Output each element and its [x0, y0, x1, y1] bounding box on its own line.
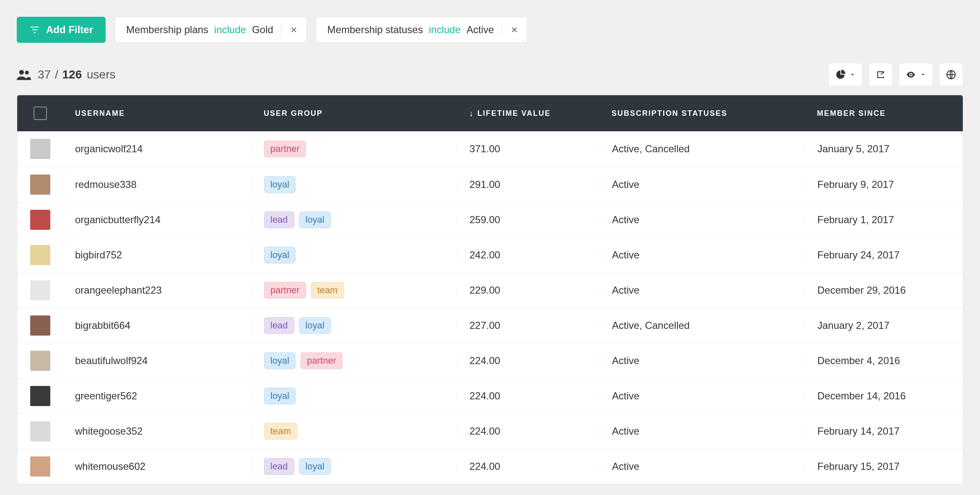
member-since-cell: February 1, 2017 — [805, 214, 963, 226]
subscription-status-cell: Active, Cancelled — [600, 143, 805, 155]
avatar-cell — [17, 175, 63, 195]
filter-chip-value: Active — [467, 24, 494, 36]
visibility-button[interactable] — [899, 63, 933, 86]
filter-chip-op: include — [429, 24, 461, 36]
table-row[interactable]: whitemouse602leadloyal224.00ActiveFebrua… — [17, 448, 963, 484]
add-filter-button[interactable]: Add Filter — [17, 17, 106, 43]
tag-partner: partner — [264, 282, 306, 299]
avatar — [30, 139, 50, 159]
svg-point-0 — [19, 70, 24, 75]
tag-lead: lead — [264, 317, 294, 334]
lifetime-value-cell: 224.00 — [457, 425, 600, 437]
filter-chip-value: Gold — [252, 24, 273, 36]
pie-chart-icon — [835, 70, 845, 80]
avatar — [30, 386, 50, 406]
col-subscription-statuses[interactable]: SUBSCRIPTION STATUSES — [600, 109, 805, 118]
username-cell: whitemouse602 — [63, 461, 252, 472]
export-button[interactable] — [869, 63, 893, 86]
col-username[interactable]: USERNAME — [63, 109, 252, 118]
subscription-status-cell: Active — [600, 284, 805, 296]
table-row[interactable]: bigrabbit664leadloyal227.00Active, Cance… — [17, 307, 963, 343]
member-since-cell: February 9, 2017 — [805, 179, 963, 190]
lifetime-value-cell: 224.00 — [457, 390, 600, 402]
user-count: 37 / 126 users — [17, 68, 115, 81]
chart-button[interactable] — [828, 63, 863, 86]
globe-icon — [946, 70, 956, 80]
table-actions — [828, 63, 963, 86]
header-row: 37 / 126 users — [17, 63, 963, 86]
table-row[interactable]: beautifulwolf924loyalpartner224.00Active… — [17, 343, 963, 378]
avatar-cell — [17, 351, 63, 371]
tag-loyal: loyal — [264, 176, 296, 193]
table-row[interactable]: bigbird752loyal242.00ActiveFebruary 24, … — [17, 237, 963, 272]
filter-icon — [29, 24, 40, 35]
table-row[interactable]: whitegoose352team224.00ActiveFebruary 14… — [17, 413, 963, 448]
avatar — [30, 175, 50, 195]
subscription-status-cell: Active — [600, 355, 805, 367]
add-filter-label: Add Filter — [46, 24, 93, 36]
username-cell: beautifulwolf924 — [63, 355, 252, 367]
avatar-cell — [17, 456, 63, 477]
chevron-down-icon — [850, 72, 856, 78]
filtered-count: 37 — [38, 68, 51, 81]
table-row[interactable]: organicbutterfly214leadloyal259.00Active… — [17, 202, 963, 237]
users-icon — [17, 69, 31, 81]
tag-loyal: loyal — [264, 388, 296, 404]
filter-chip[interactable]: Membership statuses include Active — [316, 17, 528, 43]
subscription-status-cell: Active — [600, 425, 805, 437]
sort-descending-icon: ↓ — [469, 109, 474, 118]
user-group-cell: team — [252, 423, 457, 440]
filter-chip-remove[interactable] — [289, 25, 299, 35]
subscription-status-cell: Active — [600, 179, 805, 190]
tag-loyal: loyal — [299, 458, 331, 475]
member-since-cell: February 15, 2017 — [805, 461, 963, 472]
member-since-cell: January 2, 2017 — [805, 320, 963, 331]
table-row[interactable]: orangeelephant223partnerteam229.00Active… — [17, 272, 963, 307]
user-group-cell: leadloyal — [252, 317, 457, 334]
username-cell: bigrabbit664 — [63, 320, 252, 331]
avatar — [30, 315, 50, 336]
total-count: 126 — [62, 68, 82, 81]
table-row[interactable]: greentiger562loyal224.00ActiveDecember 1… — [17, 378, 963, 413]
avatar — [30, 280, 50, 300]
tag-loyal: loyal — [264, 247, 296, 263]
avatar — [30, 456, 50, 477]
avatar-cell — [17, 280, 63, 300]
user-group-cell: leadloyal — [252, 211, 457, 228]
member-since-cell: December 4, 2016 — [805, 355, 963, 367]
lifetime-value-cell: 227.00 — [457, 320, 600, 331]
avatar-cell — [17, 210, 63, 230]
subscription-status-cell: Active, Cancelled — [600, 320, 805, 331]
username-cell: redmouse338 — [63, 179, 252, 190]
user-group-cell: loyal — [252, 388, 457, 404]
select-all-checkbox[interactable] — [34, 107, 47, 120]
tag-loyal: loyal — [299, 211, 331, 228]
user-group-cell: loyalpartner — [252, 352, 457, 369]
col-lifetime-value[interactable]: ↓ LIFETIME VALUE — [457, 109, 600, 118]
user-group-cell: partner — [252, 141, 457, 157]
filter-chip-remove[interactable] — [509, 25, 519, 35]
username-cell: greentiger562 — [63, 390, 252, 402]
username-cell: whitegoose352 — [63, 425, 252, 437]
subscription-status-cell: Active — [600, 390, 805, 402]
lifetime-value-cell: 259.00 — [457, 214, 600, 226]
filter-chip-field: Membership plans — [126, 24, 208, 36]
subscription-status-cell: Active — [600, 214, 805, 226]
globe-button[interactable] — [939, 63, 963, 86]
col-member-since[interactable]: MEMBER SINCE — [805, 109, 963, 118]
filter-chip[interactable]: Membership plans include Gold — [115, 17, 307, 43]
filter-chip-field: Membership statuses — [327, 24, 423, 36]
member-since-cell: February 14, 2017 — [805, 425, 963, 437]
lifetime-value-cell: 224.00 — [457, 461, 600, 472]
tag-lead: lead — [264, 458, 294, 475]
table-header: USERNAME USER GROUP ↓ LIFETIME VALUE SUB… — [17, 95, 963, 131]
tag-team: team — [311, 282, 344, 299]
table-row[interactable]: redmouse338loyal291.00ActiveFebruary 9, … — [17, 167, 963, 202]
member-since-cell: February 24, 2017 — [805, 249, 963, 261]
username-cell: orangeelephant223 — [63, 284, 252, 296]
table-row[interactable]: organicwolf214partner371.00Active, Cance… — [17, 131, 963, 167]
col-user-group[interactable]: USER GROUP — [252, 109, 457, 118]
svg-point-2 — [910, 74, 912, 76]
tag-loyal: loyal — [264, 352, 296, 369]
member-since-cell: December 14, 2016 — [805, 390, 963, 402]
